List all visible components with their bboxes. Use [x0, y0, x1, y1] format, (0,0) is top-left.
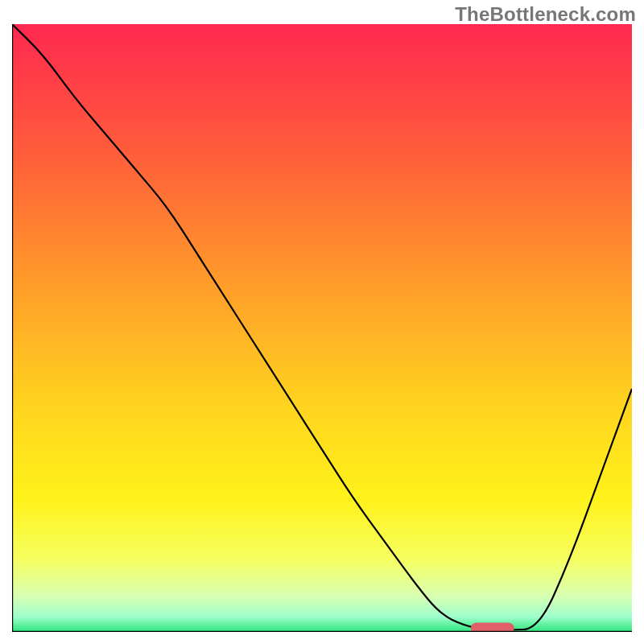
min-marker [471, 622, 514, 632]
chart-plot [12, 24, 632, 632]
gradient-bg [12, 24, 632, 632]
watermark-text: TheBottleneck.com [455, 3, 636, 26]
